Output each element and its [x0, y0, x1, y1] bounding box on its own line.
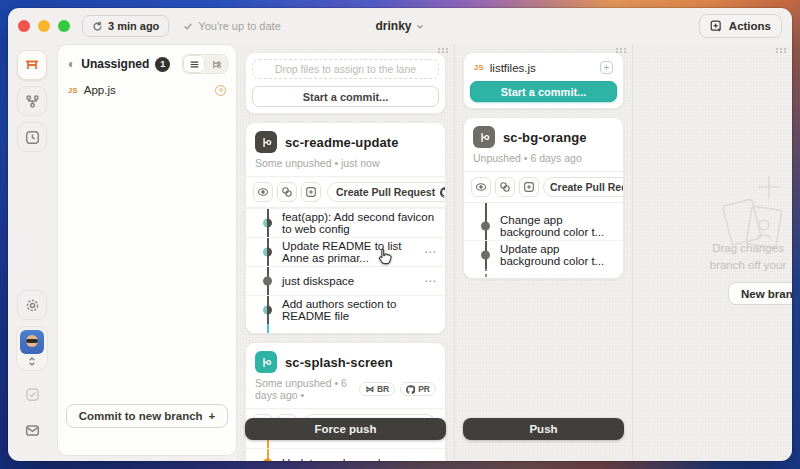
commit-row[interactable]: Update app background color t... — [464, 240, 623, 269]
commit-row[interactable]: just diskspace ⋯ — [246, 266, 445, 295]
graph-tail — [246, 324, 445, 333]
compare-icon-button[interactable] — [495, 177, 515, 197]
feedback-button[interactable] — [17, 415, 47, 445]
file-name: listfiles.js — [490, 62, 536, 74]
commit-message: Change app background color t... — [500, 214, 617, 238]
minimize-window-button[interactable] — [38, 20, 50, 32]
bowtie-icon: ⋈ — [365, 384, 374, 394]
butler-review-badge[interactable]: ⋈ BR — [359, 382, 395, 396]
commit-menu-icon[interactable]: ⋯ — [422, 245, 439, 259]
assigned-file-row[interactable]: JS listfiles.js + — [470, 59, 617, 81]
add-review-icon-button[interactable] — [301, 182, 321, 202]
commit-to-new-branch-button[interactable]: Commit to new branch + — [66, 404, 228, 428]
branch-header[interactable]: sc-splash-screen Some unpushed • 6 days … — [246, 343, 445, 408]
commit-row[interactable]: Change app background color t... — [464, 211, 623, 240]
commit-message: Add authors section to README file — [282, 298, 439, 322]
settings-button[interactable] — [17, 290, 47, 320]
unassigned-file-row[interactable]: JS App.js — [58, 81, 236, 99]
commit-menu-icon[interactable]: ⋯ — [422, 274, 439, 288]
branch-icon — [473, 126, 495, 148]
history-view-button[interactable] — [17, 122, 47, 152]
commit-dot — [263, 306, 272, 315]
create-pull-request-button[interactable]: Create Pull Request — [327, 182, 446, 202]
lane1-dropzone[interactable]: Drop files to assign to the lane — [252, 59, 439, 79]
graph-lead — [246, 440, 445, 448]
create-pull-request-button[interactable]: Create Pull Req... — [543, 177, 624, 197]
sync-button[interactable]: 3 min ago — [82, 15, 169, 37]
zoom-window-button[interactable] — [58, 20, 70, 32]
branch-name: sc-readme-update — [285, 135, 399, 150]
actions-label: Actions — [729, 20, 771, 32]
review-eye-icon-button[interactable] — [253, 182, 273, 202]
commit-message: Update readme.md — [282, 457, 380, 461]
clock-icon — [25, 130, 40, 145]
commit-dot — [263, 459, 272, 462]
user-menu[interactable] — [16, 326, 48, 371]
branch-name: sc-bg-orange — [503, 130, 587, 145]
refresh-icon — [92, 21, 103, 32]
commit-dot — [481, 251, 490, 260]
gear-icon — [25, 298, 40, 313]
close-window-button[interactable] — [18, 20, 30, 32]
unassigned-icon: ◐ — [68, 58, 75, 70]
new-branch-button[interactable]: New branch — [728, 282, 792, 305]
drag-changes-hint: Drag changes branch off your — [673, 240, 792, 274]
chevron-updown-icon — [27, 356, 37, 367]
lane-drag-handle[interactable] — [616, 48, 627, 53]
unassigned-title: Unassigned — [81, 57, 149, 71]
app-window: 3 min ago You're up to date drinky Actio… — [8, 8, 792, 461]
branches-view-button[interactable] — [17, 86, 47, 116]
add-review-icon-button[interactable] — [519, 177, 539, 197]
commit-dot — [263, 219, 272, 228]
mail-icon — [25, 423, 40, 438]
commit-row[interactable]: Update readme.md — [246, 448, 445, 461]
pull-request-badge[interactable]: PR — [400, 382, 436, 396]
lane-drag-handle[interactable] — [776, 48, 787, 53]
file-type-badge: JS — [68, 86, 78, 95]
branch-header[interactable]: sc-bg-orange Unpushed • 6 days ago — [464, 118, 623, 171]
branch-meta: Unpushed • 6 days ago — [473, 152, 614, 164]
workspace-icon — [24, 57, 40, 73]
branch-header[interactable]: sc-readme-update Some unpushed • just no… — [246, 123, 445, 176]
tree-view-toggle[interactable] — [205, 55, 227, 73]
branch-icon — [255, 351, 277, 373]
file-type-badge: JS — [474, 63, 484, 72]
branch-meta: Some unpushed • just now — [255, 157, 436, 169]
branch-card-sc-readme-update: sc-readme-update Some unpushed • just no… — [245, 122, 446, 334]
updates-icon-button[interactable] — [17, 379, 47, 409]
mouse-cursor — [376, 248, 393, 266]
up-to-date-status: You're up to date — [183, 20, 280, 32]
lane2-start-commit-button[interactable]: Start a commit... — [470, 81, 617, 102]
branch-name: sc-splash-screen — [285, 355, 393, 370]
branch-toolbar: Create Pull Request ⋯ — [246, 176, 445, 208]
project-name: drinky — [375, 19, 411, 33]
force-push-button[interactable]: Force push — [245, 418, 446, 440]
lane1-commit-area: Drop files to assign to the lane Start a… — [245, 52, 446, 114]
lane-new-branch: Drag changes branch off your New branch — [633, 44, 792, 461]
compare-icon-button[interactable] — [277, 182, 297, 202]
commit-row[interactable]: Update README to list Anne as primar... … — [246, 237, 445, 266]
avatar — [20, 330, 44, 354]
actions-icon — [710, 20, 723, 33]
workspace-board: Drop files to assign to the lane Start a… — [237, 44, 792, 461]
commit-dot — [263, 248, 272, 257]
commit-row[interactable]: Add authors section to README file — [246, 295, 445, 324]
project-switcher[interactable]: drinky — [375, 19, 424, 33]
sync-time-label: 3 min ago — [108, 20, 159, 32]
commit-row[interactable]: feat(app): Add second favicon to web con… — [246, 208, 445, 237]
push-button[interactable]: Push — [463, 418, 624, 440]
actions-button[interactable]: Actions — [699, 14, 782, 38]
lane-drag-handle[interactable] — [438, 48, 449, 53]
unassigned-panel: ◐ Unassigned 1 JS App.js Commit to new b… — [57, 44, 237, 456]
lane1-start-commit-button[interactable]: Start a commit... — [252, 86, 439, 107]
commit-message: Update app background color t... — [500, 243, 617, 267]
github-icon — [440, 187, 446, 198]
workspace-view-button[interactable] — [17, 50, 47, 80]
window-controls — [18, 20, 70, 32]
list-view-toggle[interactable] — [183, 55, 205, 73]
desktop-wallpaper: 3 min ago You're up to date drinky Actio… — [0, 0, 800, 469]
lane2-commit-area: JS listfiles.js + Start a commit... — [463, 52, 624, 109]
left-rail — [8, 44, 56, 461]
branch-card-sc-splash-screen: sc-splash-screen Some unpushed • 6 days … — [245, 342, 446, 461]
review-eye-icon-button[interactable] — [471, 177, 491, 197]
